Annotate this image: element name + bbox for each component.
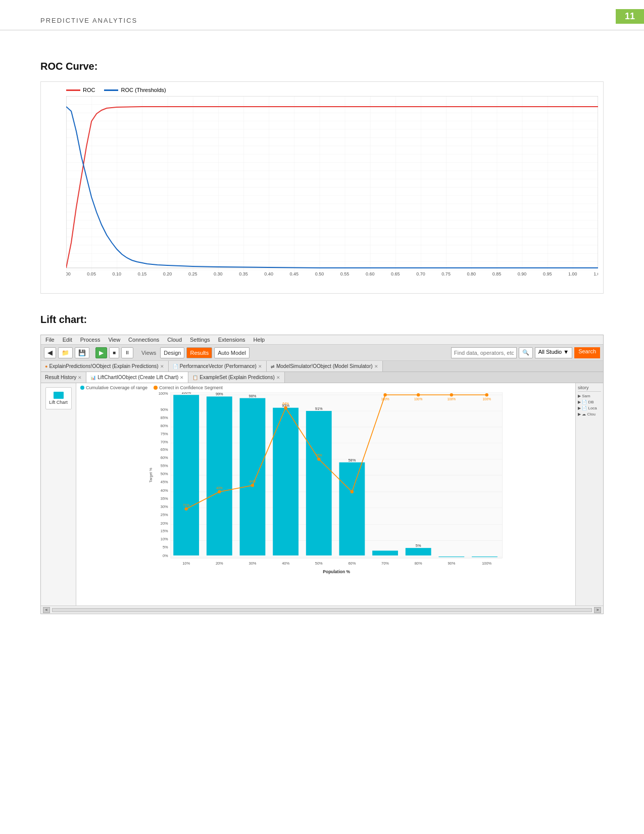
header-title: PREDICTIVE ANALYTICS [40,17,137,24]
menu-view[interactable]: View [107,336,122,343]
svg-text:100%: 100% [482,561,491,566]
line-dot-1 [184,507,187,511]
svg-text:Target %: Target % [148,468,153,483]
toolbar-folder-btn[interactable]: 📁 [58,347,73,358]
svg-text:90%: 90% [448,561,455,566]
svg-text:0.80: 0.80 [467,271,476,276]
svg-rect-0 [66,96,598,278]
toolbar-stop-btn[interactable]: ■ [109,347,119,358]
bar-100pct [472,557,498,557]
svg-text:70%: 70% [161,440,168,444]
search-button[interactable]: Search [574,347,600,358]
svg-text:0.15: 0.15 [138,271,147,276]
tab-model-simulator[interactable]: ⇌ ModelSimulator!OObject (Model Simulato… [267,361,383,372]
line-dot-4 [284,406,287,409]
scroll-left-btn[interactable]: < [43,607,50,613]
svg-text:99%: 99% [216,392,223,396]
svg-text:20%: 20% [161,521,168,526]
svg-text:0.75: 0.75 [441,271,451,276]
toolbar-pause-btn[interactable]: ⏸ [121,347,133,358]
svg-text:80%: 80% [161,424,168,428]
svg-text:44%: 44% [250,480,256,483]
svg-text:0.35: 0.35 [239,271,248,276]
scroll-track[interactable] [52,608,592,612]
legend-correct-label: Correct in Confidence Segment [159,385,223,390]
search-icon-btn[interactable]: 🔍 [519,347,533,358]
svg-text:0.00: 0.00 [66,271,71,276]
line-dot-5 [317,457,320,460]
roc-section-title: ROC Curve: [40,61,604,72]
software-tabs-row2: Result History ✕ 📊 LiftChartIOObject (Cr… [41,372,603,383]
svg-text:10%: 10% [161,537,168,541]
tab-explain-predictions[interactable]: ● ExplainPredictions!OObject (Explain Pr… [41,361,169,372]
svg-text:0.10: 0.10 [113,271,122,276]
menu-help[interactable]: Help [252,336,267,343]
tab-close-example-set[interactable]: ✕ [276,375,280,380]
svg-text:40%: 40% [161,488,168,493]
lift-chart-legend: Cumulative Coverage of range Correct in … [80,385,571,390]
roc-threshold-line-icon [104,89,118,91]
lift-chart-icon-btn[interactable]: Lift Chart [45,387,72,409]
lift-chart-shape-icon [54,392,64,399]
toolbar-back-btn[interactable]: ◀ [44,347,56,358]
roc-threshold-label: ROC (Thresholds) [121,87,166,93]
tab-example-set-label: ExampleSet (Explain Predictions) [200,375,274,380]
toolbar-run-btn[interactable]: ▶ [95,347,107,358]
design-tab-btn[interactable]: Design [160,347,184,358]
svg-text:64%: 64% [282,402,289,405]
svg-text:100%: 100% [448,397,456,401]
results-tab-btn[interactable]: Results [186,347,212,358]
svg-text:0%: 0% [163,553,168,558]
auto-model-tab-btn[interactable]: Auto Model [214,347,250,358]
svg-text:90%: 90% [161,407,168,412]
tab-close-model-sim[interactable]: ✕ [374,364,378,369]
svg-text:0.20: 0.20 [163,271,172,276]
scroll-right-btn[interactable]: > [594,607,601,613]
menu-file[interactable]: File [44,336,56,343]
svg-text:55%: 55% [161,464,168,468]
roc-chart-container: ROC ROC (Thresholds) 1.05 1.00 0.95 0.90 [40,81,604,294]
studio-dropdown-btn[interactable]: All Studio ▼ [535,347,572,358]
software-menubar: File Edit Process View Connections Cloud… [41,335,603,345]
tab-performance-label: PerformanceVector (Performance) [180,363,257,369]
svg-text:10%: 10% [182,561,190,566]
tab-model-simulator-label: ModelSimulator!OObject (Model Simulator) [276,363,373,369]
bar-30pct [240,398,266,555]
tab-close-performance[interactable]: ✕ [258,364,262,369]
tab-performance[interactable]: 📄 PerformanceVector (Performance) ✕ [169,361,267,372]
search-input[interactable] [451,347,517,358]
toolbar-save-btn[interactable]: 💾 [75,347,89,358]
tab-close-result-history[interactable]: ✕ [78,375,82,380]
svg-text:0.85: 0.85 [492,271,502,276]
svg-text:60%: 60% [348,561,356,566]
tab-close-explain[interactable]: ✕ [160,364,164,369]
menu-process[interactable]: Process [79,336,102,343]
svg-text:100%: 100% [483,397,491,401]
svg-text:40%: 40% [216,486,223,490]
bar-20pct [207,396,232,555]
menu-cloud[interactable]: Cloud [166,336,183,343]
menu-connections[interactable]: Connections [127,336,161,343]
software-tabs-row1: ● ExplainPredictions!OObject (Explain Pr… [41,361,603,372]
svg-text:5%: 5% [163,545,168,549]
tab-lift-chart[interactable]: 📊 LiftChartIOObject (Create Lift Chart) … [86,372,188,383]
svg-text:50%: 50% [161,472,168,476]
tab-example-set[interactable]: 📋 ExampleSet (Explain Predictions) ✕ [188,372,284,383]
svg-text:55%: 55% [316,453,322,457]
tab-close-lift-chart[interactable]: ✕ [180,375,184,380]
svg-text:1.00: 1.00 [568,271,577,276]
svg-text:0.25: 0.25 [188,271,197,276]
svg-text:0.95: 0.95 [543,271,552,276]
svg-text:0.60: 0.60 [366,271,375,276]
tab-result-history[interactable]: Result History ✕ [41,372,86,383]
svg-text:5%: 5% [416,543,421,548]
svg-text:70%: 70% [381,561,389,566]
menu-settings[interactable]: Settings [188,336,212,343]
software-main-area: Lift Chart Cumulative Coverage of range … [41,383,603,606]
scrollbar-area: < > [41,606,603,614]
menu-extensions[interactable]: Extensions [217,336,247,343]
menu-edit[interactable]: Edit [61,336,74,343]
roc-chart-svg: 1.05 1.00 0.95 0.90 0.85 0.80 0.75 0.70 … [66,96,598,278]
bar-50pct [306,411,332,555]
svg-text:0.50: 0.50 [315,271,324,276]
